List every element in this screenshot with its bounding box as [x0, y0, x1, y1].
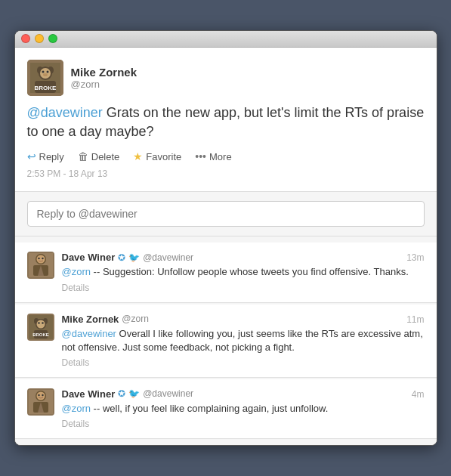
- avatar: BROKE: [27, 60, 63, 96]
- reply-details-link[interactable]: Details: [62, 283, 425, 293]
- reply-avatar: [27, 252, 54, 279]
- reply-text: @davewiner Overall I like following you,…: [62, 327, 425, 354]
- svg-point-33: [42, 394, 43, 396]
- verified-icon: ✪: [118, 388, 125, 399]
- user-handle: @zorn: [71, 79, 137, 90]
- reply-text: @zorn -- well, if you feel like complain…: [62, 402, 425, 416]
- user-name: Mike Zornek: [71, 66, 137, 79]
- app-window: BROKE Mike Zornek @zorn @davewiner Grats…: [14, 30, 437, 446]
- tweet-actions: ↩ Reply 🗑 Delete ★ Favorite ••• More: [27, 150, 425, 162]
- svg-text:BROKE: BROKE: [34, 85, 57, 91]
- user-info: Mike Zornek @zorn: [71, 66, 137, 90]
- reply-button[interactable]: ↩ Reply: [27, 150, 64, 162]
- reply-label: Reply: [39, 151, 64, 162]
- svg-point-31: [36, 391, 45, 400]
- reply-name: Dave Winer: [62, 252, 116, 263]
- reply-text: @zorn -- Suggestion: Unfollow people who…: [62, 265, 425, 279]
- delete-button[interactable]: 🗑 Delete: [78, 150, 120, 162]
- delete-icon: 🗑: [78, 150, 88, 162]
- reply-time: 4m: [412, 389, 425, 400]
- reply-body: Dave Winer✪🐦@davewiner4m@zorn -- well, i…: [62, 388, 425, 429]
- reply-details-link[interactable]: Details: [62, 419, 425, 429]
- reply-time: 11m: [406, 314, 424, 325]
- main-tweet: BROKE Mike Zornek @zorn @davewiner Grats…: [15, 48, 437, 192]
- tweet-text: @davewiner Grats on the new app, but let…: [27, 104, 425, 141]
- replies-list: Dave Winer✪🐦@davewiner13m@zorn -- Sugges…: [15, 236, 437, 445]
- svg-point-25: [42, 322, 43, 323]
- reply-body: Dave Winer✪🐦@davewiner13m@zorn -- Sugges…: [62, 252, 425, 292]
- svg-point-7: [46, 70, 48, 73]
- close-button[interactable]: [21, 34, 30, 43]
- svg-point-8: [43, 73, 48, 76]
- tweet-timestamp: 2:53 PM - 18 Apr 13: [27, 168, 425, 179]
- reply-item: BROKE Mike Zornek@zorn11m@davewiner Over…: [15, 304, 437, 378]
- reply-text-content: Overall I like following you, just seems…: [62, 328, 423, 353]
- twitter-icon: 🐦: [128, 388, 140, 399]
- reply-mention[interactable]: @zorn: [62, 403, 91, 414]
- reply-box-area: [15, 192, 437, 236]
- minimize-button[interactable]: [35, 34, 44, 43]
- more-button[interactable]: ••• More: [195, 150, 231, 162]
- reply-mention[interactable]: @zorn: [62, 266, 91, 277]
- favorite-icon: ★: [133, 150, 143, 162]
- reply-handle: @davewiner: [143, 388, 193, 399]
- reply-avatar: [27, 388, 54, 416]
- svg-point-6: [42, 70, 44, 73]
- reply-time: 13m: [406, 252, 424, 263]
- reply-header: Dave Winer✪🐦@davewiner4m: [62, 388, 425, 400]
- reply-text-content: -- well, if you feel like complaining ag…: [91, 403, 328, 414]
- reply-text-content: -- Suggestion: Unfollow people whose twe…: [91, 266, 409, 277]
- svg-point-14: [36, 255, 45, 264]
- reply-icon: ↩: [27, 150, 36, 162]
- svg-text:BROKE: BROKE: [32, 332, 49, 337]
- reply-header: Mike Zornek@zorn11m: [62, 314, 425, 325]
- svg-point-15: [38, 258, 39, 259]
- reply-name: Dave Winer: [62, 388, 116, 400]
- verified-icon: ✪: [118, 252, 125, 263]
- reply-item: Dave Winer✪🐦@davewiner13m@zorn -- Sugges…: [15, 243, 437, 302]
- favorite-button[interactable]: ★ Favorite: [133, 150, 181, 162]
- delete-label: Delete: [91, 151, 120, 162]
- svg-point-16: [42, 258, 43, 259]
- more-label: More: [209, 151, 232, 162]
- reply-input[interactable]: [27, 201, 425, 227]
- reply-body: Mike Zornek@zorn11m@davewiner Overall I …: [62, 314, 425, 368]
- reply-header: Dave Winer✪🐦@davewiner13m: [62, 252, 425, 263]
- reply-name: Mike Zornek: [62, 314, 119, 325]
- reply-mention[interactable]: @davewiner: [62, 328, 116, 339]
- tweet-mention[interactable]: @davewiner: [27, 105, 103, 120]
- more-icon: •••: [195, 150, 206, 162]
- reply-header-left: Dave Winer✪🐦@davewiner: [62, 252, 194, 263]
- reply-item: Dave Winer✪🐦@davewiner4m@zorn -- well, i…: [15, 379, 437, 439]
- svg-point-24: [38, 322, 39, 323]
- reply-header-left: Dave Winer✪🐦@davewiner: [62, 388, 194, 400]
- twitter-icon: 🐦: [128, 252, 140, 263]
- maximize-button[interactable]: [48, 34, 57, 43]
- reply-details-link[interactable]: Details: [62, 357, 425, 368]
- reply-avatar: BROKE: [27, 314, 54, 341]
- reply-header-left: Mike Zornek@zorn: [62, 314, 149, 325]
- svg-point-23: [36, 320, 45, 328]
- favorite-label: Favorite: [146, 151, 181, 162]
- titlebar: [15, 31, 437, 48]
- svg-point-32: [38, 394, 39, 396]
- reply-handle: @davewiner: [143, 252, 193, 263]
- reply-handle: @zorn: [122, 314, 149, 324]
- tweet-header: BROKE Mike Zornek @zorn: [27, 60, 425, 96]
